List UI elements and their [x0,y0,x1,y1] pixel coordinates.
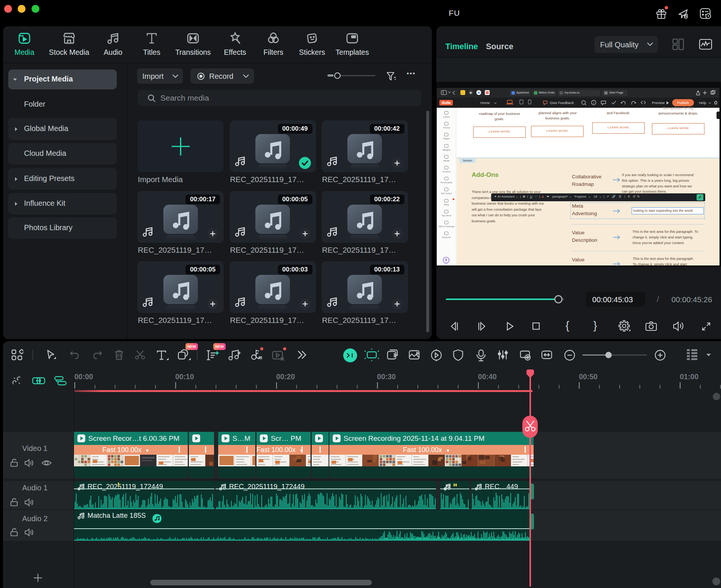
svg-text:✺: ✺ [470,91,472,95]
svg-text:AI: AI [258,356,262,360]
svg-text:...: ... [462,91,463,93]
